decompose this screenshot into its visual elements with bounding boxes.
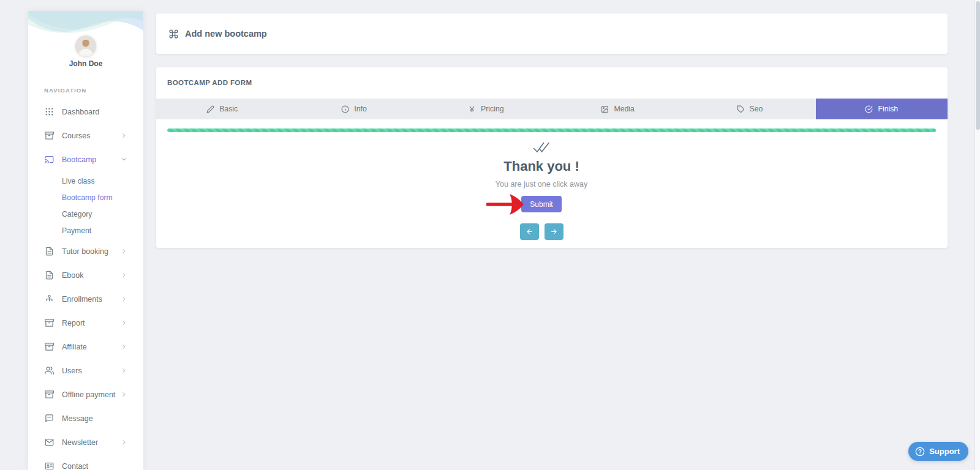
archive-icon bbox=[44, 390, 54, 400]
chevron-right-icon bbox=[121, 343, 127, 350]
scrollbar-thumb[interactable] bbox=[976, 1, 980, 130]
progress-fill bbox=[167, 129, 936, 132]
thankyou-heading: Thank you ! bbox=[503, 159, 579, 174]
chevron-down-icon bbox=[121, 156, 127, 163]
sidebar-item-label: Message bbox=[62, 414, 127, 423]
chevron-right-icon bbox=[121, 272, 127, 278]
bootcamp-form-card: BOOTCAMP ADD FORM BasicInfoPricingMediaS… bbox=[156, 67, 948, 248]
submit-button[interactable]: Submit bbox=[521, 196, 561, 212]
sidebar-item-label: Contact bbox=[62, 462, 127, 470]
sidebar-item-label: Offline payment bbox=[62, 390, 121, 399]
chevron-right-icon bbox=[121, 367, 127, 374]
sidebar-item-users[interactable]: Users bbox=[28, 359, 143, 382]
page-scrollbar[interactable] bbox=[974, 0, 980, 470]
tab-label: Pricing bbox=[481, 105, 504, 113]
sidebar-item-label: Tutor booking bbox=[62, 247, 121, 256]
tab-label: Seo bbox=[750, 105, 763, 113]
sidebar-item-newsletter[interactable]: Newsletter bbox=[28, 430, 143, 454]
chevron-right-icon bbox=[121, 319, 127, 326]
sidebar-item-label: Ebook bbox=[62, 271, 121, 280]
sidebar-item-enrollments[interactable]: Enrollments bbox=[28, 287, 143, 311]
sidebar-item-contact[interactable]: Contact bbox=[28, 454, 143, 470]
sidebar-nav: DashboardCoursesBootcampLive classBootca… bbox=[28, 100, 143, 470]
sidebar-item-label: Enrollments bbox=[62, 295, 121, 304]
page-header-card: Add new bootcamp bbox=[156, 13, 948, 54]
tab-seo[interactable]: Seo bbox=[684, 99, 815, 119]
page-title: Add new bootcamp bbox=[185, 29, 267, 39]
avatar[interactable] bbox=[75, 35, 96, 56]
grid-dots-icon bbox=[44, 107, 54, 117]
chevron-right-icon bbox=[121, 439, 127, 446]
contact-card-icon bbox=[44, 461, 54, 470]
arrow-right-icon bbox=[550, 228, 558, 236]
archive-icon bbox=[44, 342, 54, 352]
chevron-right-icon bbox=[121, 132, 127, 139]
chevron-right-icon bbox=[121, 391, 127, 398]
progress-bar bbox=[167, 129, 936, 132]
chevron-right-icon bbox=[121, 296, 127, 302]
form-title: BOOTCAMP ADD FORM bbox=[167, 79, 252, 86]
sidebar-item-ebook[interactable]: Ebook bbox=[28, 263, 143, 287]
archive-icon bbox=[44, 131, 54, 141]
tab-basic[interactable]: Basic bbox=[156, 99, 288, 119]
command-icon bbox=[168, 29, 179, 39]
tab-info[interactable]: Info bbox=[288, 99, 420, 119]
tab-label: Info bbox=[354, 105, 367, 113]
tab-media[interactable]: Media bbox=[552, 99, 684, 119]
chevron-right-icon bbox=[121, 248, 127, 255]
tab-label: Basic bbox=[219, 105, 238, 113]
submit-row: Submit bbox=[521, 196, 561, 212]
users-icon bbox=[44, 366, 54, 376]
sidebar-item-label: Bootcamp bbox=[62, 155, 121, 164]
thankyou-subheading: You are just one click away bbox=[496, 180, 587, 188]
arrow-left-icon bbox=[526, 228, 533, 236]
sidebar-item-courses[interactable]: Courses bbox=[28, 124, 143, 147]
sidebar-item-label: Dashboard bbox=[62, 108, 127, 116]
check-circle-icon bbox=[865, 105, 873, 113]
nav-section-label: NAVIGATION bbox=[44, 87, 86, 94]
sidebar-submenu-bootcamp: Live classBootcamp formCategoryPayment bbox=[28, 171, 143, 239]
form-wizard-tabs: BasicInfoPricingMediaSeoFinish bbox=[156, 99, 948, 119]
sidebar-item-tutor-booking[interactable]: Tutor booking bbox=[28, 239, 143, 263]
question-circle-icon bbox=[915, 447, 925, 457]
sidebar-item-label: Newsletter bbox=[62, 438, 121, 447]
sidebar: John Doe NAVIGATION DashboardCoursesBoot… bbox=[28, 11, 143, 470]
info-icon bbox=[341, 105, 349, 113]
sidebar-item-message[interactable]: Message bbox=[28, 406, 143, 430]
wizard-nav-buttons bbox=[520, 223, 564, 240]
sidebar-subitem-live-class[interactable]: Live class bbox=[28, 173, 143, 190]
sidebar-item-report[interactable]: Report bbox=[28, 311, 143, 335]
sidebar-subitem-bootcamp-form[interactable]: Bootcamp form bbox=[28, 190, 143, 206]
message-icon bbox=[44, 414, 54, 423]
tab-label: Media bbox=[614, 105, 635, 113]
yen-icon bbox=[468, 105, 476, 113]
tab-finish[interactable]: Finish bbox=[816, 99, 948, 119]
sidebar-item-label: Report bbox=[62, 319, 121, 327]
mail-icon bbox=[44, 438, 54, 447]
sidebar-item-affiliate[interactable]: Affiliate bbox=[28, 335, 143, 359]
next-step-button[interactable] bbox=[545, 223, 564, 240]
tag-icon bbox=[737, 105, 745, 113]
archive-icon bbox=[44, 318, 54, 328]
support-button[interactable]: Support bbox=[908, 442, 968, 461]
file-text-icon bbox=[44, 247, 54, 256]
file-text-icon bbox=[44, 270, 54, 280]
sidebar-item-dashboard[interactable]: Dashboard bbox=[28, 100, 143, 124]
support-label: Support bbox=[929, 447, 960, 456]
sitemap-icon bbox=[44, 294, 54, 304]
red-arrow-icon bbox=[486, 193, 524, 216]
prev-step-button[interactable] bbox=[520, 223, 539, 240]
pen-icon bbox=[206, 105, 214, 113]
double-check-icon bbox=[532, 140, 551, 154]
cast-icon bbox=[44, 155, 54, 165]
sidebar-item-bootcamp[interactable]: Bootcamp bbox=[28, 147, 143, 171]
sidebar-item-label: Courses bbox=[62, 132, 121, 140]
sidebar-subitem-payment[interactable]: Payment bbox=[28, 223, 143, 239]
sidebar-subitem-category[interactable]: Category bbox=[28, 206, 143, 223]
tab-pricing[interactable]: Pricing bbox=[420, 99, 552, 119]
sidebar-item-label: Affiliate bbox=[62, 343, 121, 351]
tab-label: Finish bbox=[878, 105, 898, 113]
image-icon bbox=[601, 105, 609, 113]
sidebar-item-offline-payment[interactable]: Offline payment bbox=[28, 382, 143, 406]
sidebar-item-label: Users bbox=[62, 367, 121, 375]
